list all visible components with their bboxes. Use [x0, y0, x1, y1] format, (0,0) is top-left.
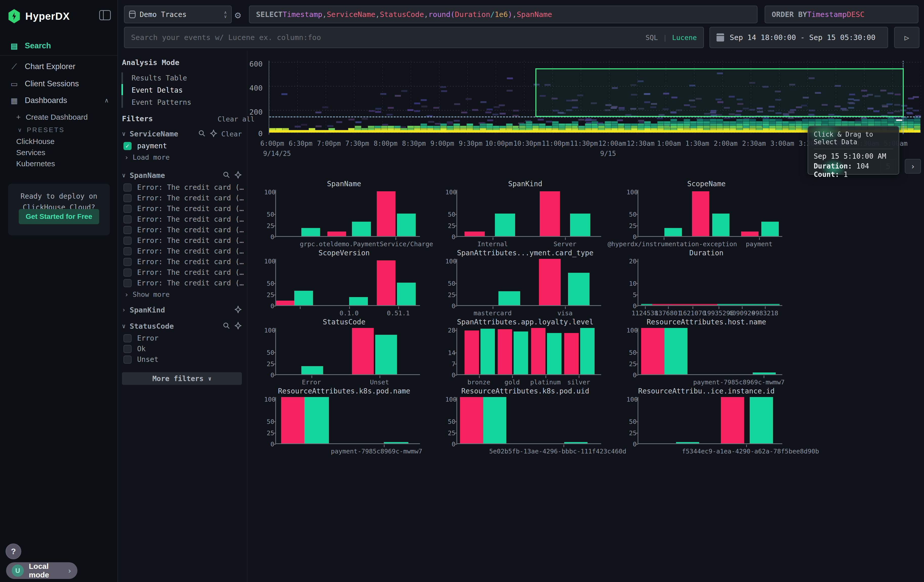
bar-green[interactable]: [564, 442, 587, 444]
local-mode-button[interactable]: U Local mode ›: [6, 562, 78, 579]
bar-red[interactable]: [721, 397, 744, 444]
filter-checkbox-row[interactable]: Error: The credit card (…: [124, 226, 242, 234]
bar-green[interactable]: [397, 283, 416, 305]
bar-red[interactable]: [275, 301, 294, 305]
sidebar-item-kubernetes[interactable]: Kubernetes: [16, 160, 55, 168]
bar-green[interactable]: [301, 228, 320, 236]
select-clause-input[interactable]: SELECT Timestamp, ServiceName, StatusCod…: [249, 6, 757, 23]
sidebar-item-search[interactable]: ▤Search: [0, 38, 118, 54]
filter-section-statuscode[interactable]: ∨StatusCode: [122, 322, 242, 330]
bar-red[interactable]: [465, 232, 485, 236]
checkbox[interactable]: [124, 215, 132, 223]
checkbox[interactable]: [124, 237, 132, 245]
sidebar-collapse-icon[interactable]: [99, 10, 111, 20]
selection-rectangle[interactable]: [535, 68, 904, 117]
filter-section-spanname[interactable]: ∨SpanName: [122, 171, 242, 180]
bar-green[interactable]: [304, 397, 329, 444]
help-button[interactable]: ?: [6, 544, 21, 559]
bar-green[interactable]: [664, 228, 682, 236]
bar-green[interactable]: [480, 329, 495, 374]
analysis-mode-results-table[interactable]: Results Table: [132, 74, 187, 82]
pin-icon[interactable]: [234, 306, 242, 314]
checkbox[interactable]: [124, 194, 132, 202]
filter-checkbox-row[interactable]: Error: The credit card (…: [124, 236, 242, 245]
pin-icon[interactable]: [234, 322, 242, 330]
filter-checkbox-row[interactable]: Error: The credit card (…: [124, 279, 242, 287]
analysis-mode-event-deltas[interactable]: Event Deltas: [132, 86, 183, 94]
filter-checkbox-row[interactable]: Error: The credit card (…: [124, 215, 242, 223]
bar-red[interactable]: [498, 329, 512, 374]
next-page-button[interactable]: ›: [905, 159, 921, 173]
filter-checkbox-row[interactable]: Unset: [124, 355, 242, 364]
bar-green[interactable]: [568, 273, 590, 305]
bar-red[interactable]: [327, 232, 346, 236]
bar-red[interactable]: [352, 328, 374, 374]
create-dashboard-button[interactable]: + Create Dashboard: [16, 113, 88, 122]
filter-checkbox-row[interactable]: Ok: [124, 345, 242, 353]
checkbox[interactable]: [124, 247, 132, 256]
search-icon[interactable]: [223, 322, 230, 330]
bar-green[interactable]: [495, 214, 515, 236]
filter-checkbox-row[interactable]: Error: The credit card (…: [124, 194, 242, 202]
sidebar-item-services[interactable]: Services: [16, 148, 45, 157]
run-query-button[interactable]: ▷: [894, 27, 919, 48]
bar-red[interactable]: [465, 330, 479, 374]
checkbox[interactable]: [124, 279, 132, 287]
clear-filter-button[interactable]: Clear: [221, 130, 242, 138]
filter-checkbox-row[interactable]: Error: The credit card (…: [124, 268, 242, 277]
sidebar-item-clickhouse[interactable]: ClickHouse: [16, 137, 54, 146]
bar-green[interactable]: [570, 214, 590, 236]
bar-green[interactable]: [397, 214, 416, 236]
bar-green[interactable]: [301, 366, 323, 374]
bar-green[interactable]: [676, 442, 699, 444]
gear-icon[interactable]: ⚙: [235, 9, 241, 21]
lang-toggle-lucene[interactable]: Lucene: [672, 34, 697, 41]
bar-green[interactable]: [712, 214, 730, 236]
bar-red[interactable]: [741, 232, 759, 236]
bar-green[interactable]: [384, 442, 408, 444]
checkbox[interactable]: [124, 345, 132, 353]
checkbox[interactable]: [124, 205, 132, 213]
filter-checkbox-row[interactable]: Error: The credit card (…: [124, 204, 242, 213]
bar-green[interactable]: [352, 222, 371, 236]
bar-green[interactable]: [294, 291, 313, 305]
bar-green[interactable]: [664, 328, 688, 374]
checkbox[interactable]: [124, 334, 132, 342]
analysis-mode-event-patterns[interactable]: Event Patterns: [132, 98, 191, 107]
get-started-button[interactable]: Get Started for Free: [19, 209, 99, 224]
bar-green[interactable]: [753, 373, 776, 374]
search-icon[interactable]: [198, 130, 206, 138]
checkbox[interactable]: [124, 356, 132, 364]
filter-section-servicename[interactable]: ∨ServiceNameClear: [122, 130, 242, 138]
bar-green[interactable]: [514, 331, 528, 374]
filter-section-spankind[interactable]: ›SpanKind: [122, 306, 242, 314]
checkbox[interactable]: [124, 183, 132, 191]
bar-red[interactable]: [531, 328, 546, 374]
presets-header[interactable]: ∨ PRESETS: [18, 126, 64, 134]
sidebar-item-client-sessions[interactable]: ▭Client Sessions: [0, 76, 118, 92]
date-range-picker[interactable]: Sep 14 18:00:00 - Sep 15 05:30:00: [710, 27, 888, 48]
checkbox[interactable]: [124, 258, 132, 266]
bar-green[interactable]: [498, 291, 520, 305]
filter-checkbox-row[interactable]: payment: [124, 142, 242, 150]
bar-red[interactable]: [460, 397, 483, 444]
sidebar-item-chart-explorer[interactable]: ⟋Chart Explorer: [0, 59, 118, 74]
bar-red[interactable]: [692, 191, 710, 236]
search-icon[interactable]: [223, 171, 230, 180]
order-by-input[interactable]: ORDER BY Timestamp DESC: [765, 6, 918, 23]
pin-icon[interactable]: [234, 171, 242, 180]
pin-icon[interactable]: [210, 130, 217, 138]
bar-green[interactable]: [750, 397, 773, 444]
source-select[interactable]: Demo Traces ∧∨: [124, 6, 232, 23]
bar-green[interactable]: [547, 333, 561, 374]
filter-checkbox-row[interactable]: Error: The credit card (…: [124, 257, 242, 266]
checkbox[interactable]: [124, 269, 132, 277]
bar-red[interactable]: [540, 191, 560, 236]
bar-red[interactable]: [539, 259, 561, 305]
filter-load-more-button[interactable]: ›Load more: [124, 153, 170, 161]
filter-checkbox-row[interactable]: Error: [124, 334, 242, 342]
bar-green[interactable]: [761, 222, 779, 236]
sidebar-item-dashboards[interactable]: ▦Dashboards∧: [0, 92, 118, 108]
bar-red[interactable]: [281, 397, 306, 444]
search-input[interactable]: [131, 33, 640, 42]
